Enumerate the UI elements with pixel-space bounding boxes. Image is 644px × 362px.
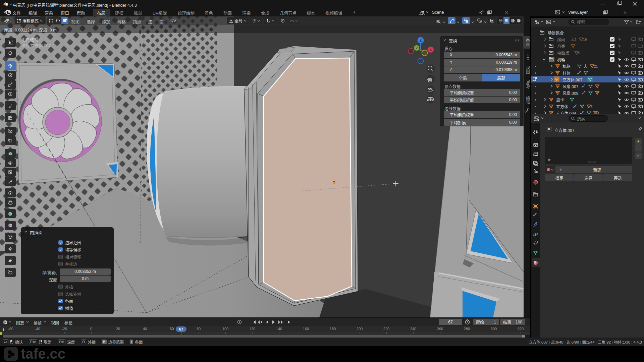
svg-text:Z: Z [420, 39, 422, 42]
svg-text:X: X [430, 48, 432, 52]
svg-text:Y: Y [416, 47, 418, 50]
